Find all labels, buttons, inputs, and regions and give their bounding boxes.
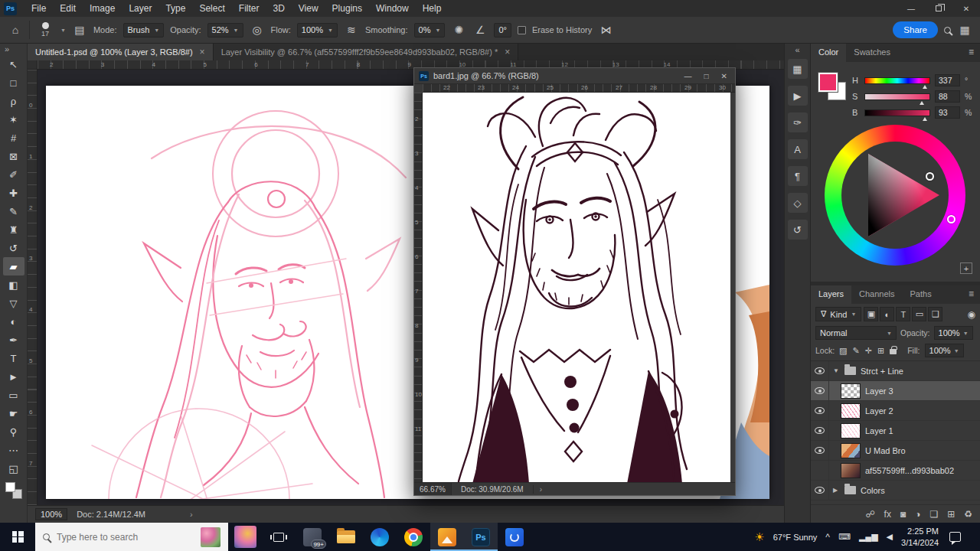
menu-window[interactable]: Window	[369, 0, 416, 17]
menu-plugins[interactable]: Plugins	[325, 0, 369, 17]
filter-toggle-icon[interactable]: ◉	[968, 309, 975, 320]
notification-badge-app[interactable]: 99+	[296, 523, 329, 551]
workspace-switcher-icon[interactable]: ▦	[957, 24, 972, 36]
chevron-right-icon[interactable]: ▶	[833, 487, 840, 494]
minimize-button[interactable]: —	[684, 72, 692, 80]
hand-tool[interactable]: ☛	[3, 404, 24, 422]
blur-tool[interactable]: ▽	[3, 294, 24, 312]
move-tool[interactable]: ↖	[3, 55, 24, 73]
menu-type[interactable]: Type	[158, 0, 192, 17]
kind-filter-dropdown[interactable]: ∇ Kind ▼	[815, 307, 861, 321]
menu-select[interactable]: Select	[192, 0, 231, 17]
saturation-slider[interactable]	[864, 93, 930, 100]
blue-app-button[interactable]	[498, 523, 531, 551]
search-icon[interactable]	[944, 27, 951, 34]
chrome-button[interactable]	[397, 523, 430, 551]
zoom-tool[interactable]: ⚲	[3, 422, 24, 441]
layer-mask-icon[interactable]: ◙	[900, 509, 906, 520]
floating-canvas[interactable]	[423, 93, 730, 482]
history-panel-icon[interactable]: ↺	[788, 220, 808, 240]
lock-artboard-icon[interactable]: ⊞	[877, 346, 884, 356]
marquee-tool[interactable]: □	[3, 73, 24, 92]
adjustment-layer-icon[interactable]: ◑	[915, 509, 920, 520]
hue-marker[interactable]	[947, 215, 956, 223]
zoom-level-field[interactable]: 66.67%	[414, 483, 452, 495]
visibility-toggle[interactable]	[811, 421, 829, 440]
minimize-button[interactable]: —	[897, 0, 925, 17]
clone-stamp-tool[interactable]: ♜	[3, 220, 24, 239]
menu-image[interactable]: Image	[83, 0, 122, 17]
visibility-toggle[interactable]	[811, 461, 829, 480]
actions-panel-icon[interactable]: ▶	[788, 86, 808, 106]
eraser-tool[interactable]: ▰	[3, 257, 24, 276]
menu-filter[interactable]: Filter	[232, 0, 266, 17]
filter-smart-objects-icon[interactable]: ❑	[928, 307, 942, 321]
hue-slider[interactable]	[864, 77, 930, 84]
saturation-value-field[interactable]: 88	[935, 90, 960, 103]
slider-thumb[interactable]	[923, 117, 927, 121]
volume-tray-icon[interactable]: ◀	[887, 532, 893, 542]
filter-type-layers-icon[interactable]: T	[896, 307, 910, 321]
brush-preset-picker[interactable]: 17	[36, 22, 54, 37]
floating-document-window[interactable]: Ps bard1.jpg @ 66.7% (RGB/8) — □ ✕ 22232…	[413, 67, 736, 496]
filter-pixel-layers-icon[interactable]: ▣	[864, 307, 878, 321]
floating-window-titlebar[interactable]: Ps bard1.jpg @ 66.7% (RGB/8) — □ ✕	[414, 68, 735, 84]
filter-shape-layers-icon[interactable]: ▭	[912, 307, 926, 321]
crop-tool[interactable]: #	[3, 129, 24, 147]
quick-selection-tool[interactable]: ✶	[3, 110, 24, 129]
frame-tool[interactable]: ⊠	[3, 147, 24, 165]
gradient-tool[interactable]: ◧	[3, 276, 24, 294]
visibility-toggle[interactable]	[811, 401, 829, 420]
brush-tool[interactable]: ✎	[3, 202, 24, 220]
foreground-color-swatch[interactable]	[818, 73, 838, 92]
menu-layer[interactable]: Layer	[122, 0, 158, 17]
widgets-button[interactable]	[228, 523, 262, 551]
libraries-panel-icon[interactable]: ◇	[788, 193, 808, 213]
brush-settings-panel-icon[interactable]: ✑	[788, 112, 808, 132]
healing-brush-tool[interactable]: ✚	[3, 184, 24, 202]
brightness-value-field[interactable]: 93	[935, 106, 960, 119]
tab-layer-visibility[interactable]: Layer Visibility @ 66.7% (af557599fff2f9…	[214, 44, 519, 60]
menu-3d[interactable]: 3D	[266, 0, 291, 17]
action-center-icon[interactable]	[949, 532, 961, 542]
tool-options-ellipsis[interactable]: ⋯	[3, 441, 24, 459]
smoothing-dropdown[interactable]: 0%▼	[414, 23, 446, 37]
panel-menu-icon[interactable]: ≡	[962, 44, 980, 62]
pen-tool[interactable]: ✒	[3, 331, 24, 349]
photoshop-taskbar-button[interactable]: Ps	[464, 523, 498, 551]
menu-help[interactable]: Help	[416, 0, 449, 17]
lasso-tool[interactable]: ρ	[3, 92, 24, 110]
layer-row[interactable]: Layer 1	[811, 421, 980, 441]
hue-value-field[interactable]: 337	[935, 74, 960, 86]
brush-settings-toggle-icon[interactable]: ▤	[72, 24, 87, 36]
saturation-brightness-triangle[interactable]	[841, 142, 949, 249]
tab-color[interactable]: Color	[811, 44, 846, 62]
close-icon[interactable]: ×	[505, 47, 510, 57]
gear-icon[interactable]: ✺	[451, 24, 466, 36]
blend-mode-dropdown[interactable]: Normal ▼	[815, 326, 897, 340]
tab-layers[interactable]: Layers	[811, 285, 851, 304]
visibility-toggle[interactable]	[811, 441, 829, 460]
close-icon[interactable]: ×	[200, 47, 205, 57]
status-chevron-icon[interactable]: ›	[533, 485, 548, 494]
airbrush-icon[interactable]: ≋	[344, 24, 359, 36]
weather-text[interactable]: 67°F Sunny	[773, 533, 818, 542]
brightness-slider[interactable]	[864, 109, 930, 116]
sv-marker[interactable]	[926, 172, 934, 181]
slider-thumb[interactable]	[923, 85, 927, 89]
type-tool[interactable]: T	[3, 349, 24, 367]
toolbar-expand-icon[interactable]: »	[0, 44, 9, 55]
delete-layer-icon[interactable]: ♻	[964, 509, 972, 520]
tab-swatches[interactable]: Swatches	[846, 44, 898, 62]
weather-sun-icon[interactable]: ☀	[754, 530, 764, 544]
flow-dropdown[interactable]: 100%▼	[297, 23, 338, 37]
start-button[interactable]	[0, 523, 35, 551]
link-layers-icon[interactable]: ☍	[865, 509, 874, 520]
menu-view[interactable]: View	[292, 0, 325, 17]
mode-dropdown[interactable]: Brush▼	[123, 23, 165, 37]
character-panel-icon[interactable]: A	[788, 139, 808, 159]
chevron-down-icon[interactable]: ▼	[60, 28, 66, 33]
paragraph-panel-icon[interactable]: ¶	[788, 166, 808, 186]
dodge-tool[interactable]: ◐	[3, 312, 24, 331]
lock-pixels-icon[interactable]: ✎	[853, 346, 860, 356]
